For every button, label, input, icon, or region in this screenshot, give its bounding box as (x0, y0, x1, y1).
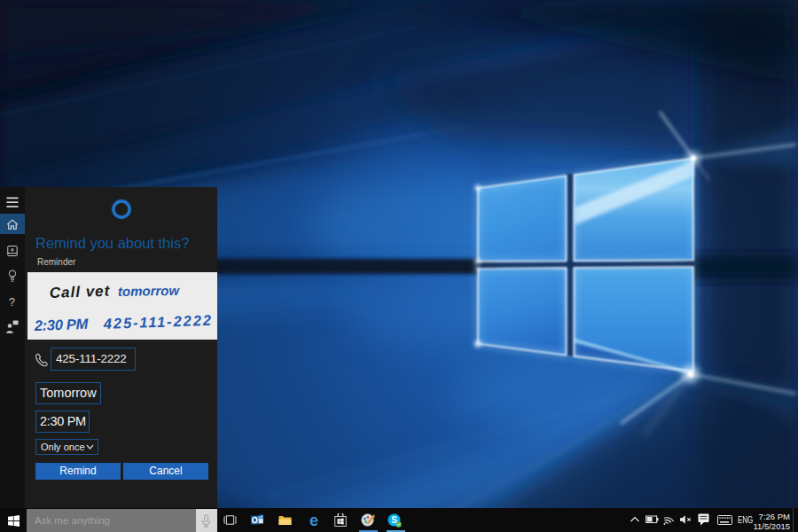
svg-text:?: ? (9, 296, 15, 309)
svg-text:425-111-2222: 425-111-2222 (102, 312, 213, 332)
svg-text:Call vet: Call vet (49, 283, 110, 301)
svg-text:tomorrow: tomorrow (118, 283, 181, 299)
svg-text:e: e (309, 512, 318, 528)
svg-text:2:30 PM: 2:30 PM (33, 316, 89, 333)
